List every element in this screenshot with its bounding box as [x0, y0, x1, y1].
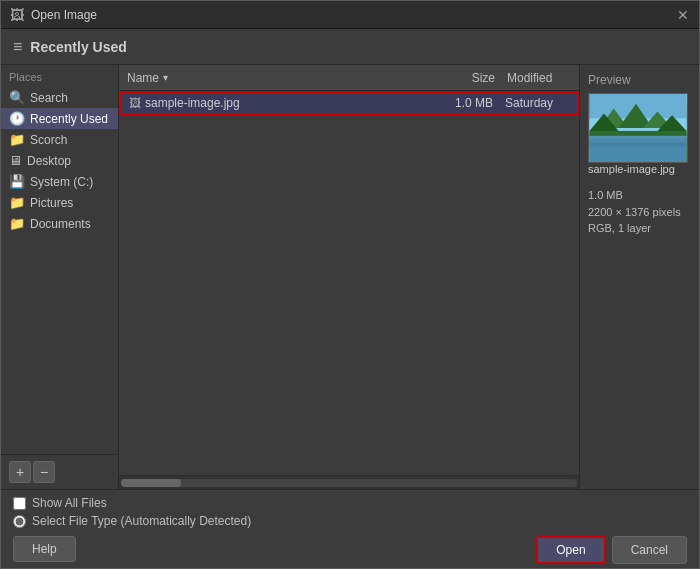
sidebar-item-scorch-label: Scorch — [30, 133, 67, 147]
dialog: 🖼 Open Image ✕ ≡ Recently Used Places 🔍 … — [0, 0, 700, 569]
file-row-size: 1.0 MB — [437, 96, 497, 110]
sidebar-item-search-label: Search — [30, 91, 68, 105]
sidebar-item-documents-label: Documents — [30, 217, 91, 231]
preview-colormode: RGB, 1 layer — [588, 220, 691, 237]
preview-size: 1.0 MB — [588, 187, 691, 204]
sidebar-item-documents[interactable]: 📁 Documents — [1, 213, 118, 234]
search-icon: 🔍 — [9, 90, 25, 105]
select-file-type-radio[interactable] — [13, 515, 26, 528]
scrollbar-thumb[interactable] — [121, 479, 181, 487]
preview-filename: sample-image.jpg — [588, 163, 691, 175]
header-bar: ≡ Recently Used — [1, 29, 699, 65]
remove-bookmark-button[interactable]: − — [33, 461, 55, 483]
preview-dimensions: 2200 × 1376 pixels — [588, 204, 691, 221]
sidebar-item-scorch[interactable]: 📁 Scorch — [1, 129, 118, 150]
svg-rect-7 — [589, 143, 686, 147]
add-bookmark-button[interactable]: + — [9, 461, 31, 483]
svg-rect-8 — [589, 131, 686, 136]
scrollbar-track[interactable] — [121, 479, 577, 487]
header-icon: ≡ — [13, 38, 22, 56]
preview-info: 1.0 MB 2200 × 1376 pixels RGB, 1 layer — [588, 187, 691, 237]
sidebar-item-recently-used-label: Recently Used — [30, 112, 108, 126]
button-row: Help Open Cancel — [13, 536, 687, 564]
show-all-files-label: Show All Files — [32, 496, 107, 510]
file-area: Name ▾ Size Modified 🖼 sample-image.jpg — [119, 65, 579, 489]
file-row[interactable]: 🖼 sample-image.jpg 1.0 MB Saturday — [119, 91, 579, 115]
title-bar: 🖼 Open Image ✕ — [1, 1, 699, 29]
dialog-icon: 🖼 — [9, 7, 25, 23]
main-content: Places 🔍 Search 🕐 Recently Used 📁 Scorch… — [1, 65, 699, 489]
sidebar-item-desktop-label: Desktop — [27, 154, 71, 168]
desktop-icon: 🖥 — [9, 153, 22, 168]
cancel-button[interactable]: Cancel — [612, 536, 687, 564]
documents-icon: 📁 — [9, 216, 25, 231]
file-row-name: 🖼 sample-image.jpg — [121, 96, 437, 110]
drive-icon: 💾 — [9, 174, 25, 189]
bottom-area: Show All Files Select File Type (Automat… — [1, 489, 699, 568]
show-all-files-row: Show All Files — [13, 496, 687, 510]
sidebar-item-recently-used[interactable]: 🕐 Recently Used — [1, 108, 118, 129]
file-list[interactable]: 🖼 sample-image.jpg 1.0 MB Saturday — [119, 91, 579, 475]
select-file-type-row: Select File Type (Automatically Detected… — [13, 514, 687, 528]
file-icon: 🖼 — [129, 96, 141, 110]
show-all-files-checkbox[interactable] — [13, 497, 26, 510]
sidebar-item-pictures[interactable]: 📁 Pictures — [1, 192, 118, 213]
sidebar: Places 🔍 Search 🕐 Recently Used 📁 Scorch… — [1, 65, 119, 489]
places-label: Places — [1, 65, 118, 87]
sidebar-bottom: + − — [1, 454, 118, 489]
column-name[interactable]: Name ▾ — [119, 71, 439, 85]
file-list-header: Name ▾ Size Modified — [119, 65, 579, 91]
open-button[interactable]: Open — [536, 536, 605, 564]
recently-used-icon: 🕐 — [9, 111, 25, 126]
sort-icon: ▾ — [163, 72, 168, 83]
sidebar-item-system-c[interactable]: 💾 System (C:) — [1, 171, 118, 192]
file-row-modified: Saturday — [497, 96, 577, 110]
column-size[interactable]: Size — [439, 71, 499, 85]
column-modified[interactable]: Modified — [499, 71, 579, 85]
sidebar-item-search[interactable]: 🔍 Search — [1, 87, 118, 108]
preview-label: Preview — [588, 73, 691, 87]
horizontal-scrollbar[interactable] — [119, 475, 579, 489]
sidebar-item-desktop[interactable]: 🖥 Desktop — [1, 150, 118, 171]
select-file-type-label: Select File Type (Automatically Detected… — [32, 514, 251, 528]
header-title: Recently Used — [30, 39, 126, 55]
scorch-icon: 📁 — [9, 132, 25, 147]
title-bar-text: Open Image — [31, 8, 675, 22]
preview-image — [588, 93, 688, 163]
sidebar-item-pictures-label: Pictures — [30, 196, 73, 210]
pictures-icon: 📁 — [9, 195, 25, 210]
sidebar-item-system-c-label: System (C:) — [30, 175, 93, 189]
close-button[interactable]: ✕ — [675, 7, 691, 23]
help-button[interactable]: Help — [13, 536, 76, 562]
preview-panel: Preview — [579, 65, 699, 489]
